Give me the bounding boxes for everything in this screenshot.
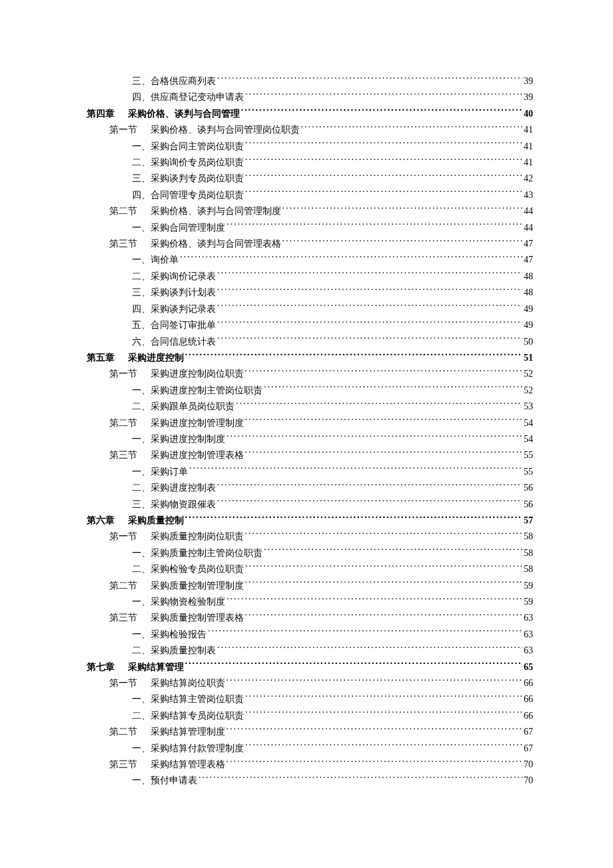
toc-entry-title: 采购结算管理 (128, 662, 184, 672)
toc-entry-number: 第三节 (109, 447, 148, 463)
toc-label: 四、合同管理专员岗位职责 (132, 187, 244, 203)
toc-entry-title: 采购检验报告 (151, 629, 207, 639)
toc-row: 二、采购询价记录表48 (87, 269, 533, 285)
toc-leader-dots (245, 709, 522, 719)
toc-leader-dots (227, 433, 522, 442)
toc-label: 二、采购进度控制表 (132, 480, 216, 496)
toc-label: 第三节 采购价格、谈判与合同管理表格 (109, 236, 281, 252)
toc-label: 二、采购质量控制表 (132, 643, 216, 659)
toc-page-number: 44 (524, 220, 533, 236)
toc-label: 五、合同签订审批单 (132, 317, 216, 333)
toc-page-number: 58 (524, 561, 533, 577)
toc-entry-number: 一、 (132, 385, 151, 395)
toc-page-number: 58 (524, 529, 533, 545)
toc-row: 二、采购质量控制表63 (87, 643, 533, 659)
toc-entry-number: 第一节 (109, 675, 148, 691)
toc-entry-title: 采购物资检验制度 (151, 597, 225, 607)
toc-entry-number: 二、 (132, 271, 151, 281)
toc-page-number: 56 (524, 497, 533, 513)
toc-leader-dots (245, 579, 523, 589)
toc-row: 三、采购谈判专员岗位职责42 (87, 171, 533, 187)
toc-row: 第一节 采购价格、谈判与合同管理岗位职责41 (87, 122, 533, 138)
toc-row: 三、合格供应商列表39 (87, 73, 533, 89)
toc-page-number: 67 (524, 724, 533, 740)
toc-entry-title: 采购结算管理制度 (151, 727, 225, 737)
toc-entry-number: 五、 (132, 320, 151, 330)
toc-page-number: 66 (524, 691, 533, 707)
toc-entry-number: 第一节 (109, 122, 148, 138)
toc-leader-dots (245, 449, 523, 458)
toc-entry-title: 采购进度控制表 (151, 483, 216, 493)
toc-leader-dots (217, 481, 522, 491)
toc-row: 二、采购进度控制表56 (87, 480, 533, 496)
toc-row: 四、供应商登记变动申请表39 (87, 89, 533, 105)
toc-row: 一、采购结算主管岗位职责66 (87, 691, 533, 707)
toc-label: 第二节 采购价格、谈判与合同管理制度 (109, 203, 281, 219)
toc-entry-title: 采购质量控制表 (151, 645, 216, 655)
toc-entry-number: 一、 (132, 141, 151, 151)
toc-leader-dots (217, 303, 522, 312)
toc-leader-dots (217, 75, 522, 84)
toc-label: 四、供应商登记变动申请表 (132, 89, 244, 105)
toc-entry-title: 合同管理专员岗位职责 (151, 190, 244, 200)
toc-leader-dots (217, 319, 522, 328)
toc-entry-number: 四、 (132, 92, 151, 102)
toc-page-number: 65 (524, 659, 533, 675)
toc-page-number: 48 (524, 269, 533, 285)
toc-row: 第三节 采购价格、谈判与合同管理表格47 (87, 236, 533, 252)
toc-entry-title: 询价单 (151, 255, 179, 265)
toc-label: 第一节 采购价格、谈判与合同管理岗位职责 (109, 122, 300, 138)
toc-entry-number: 一、 (132, 775, 151, 785)
toc-row: 二、采购结算专员岗位职责66 (87, 708, 533, 724)
toc-leader-dots (245, 693, 522, 702)
toc-leader-dots (245, 140, 522, 149)
toc-row: 一、采购物资检验制度59 (87, 594, 533, 610)
toc-page-number: 55 (524, 464, 533, 480)
toc-leader-dots (245, 417, 523, 426)
toc-page-number: 66 (524, 708, 533, 724)
toc-row: 三、采购谈判计划表48 (87, 285, 533, 301)
toc-row: 第六章 采购质量控制57 (87, 513, 533, 529)
toc-label: 一、采购进度控制主管岗位职责 (132, 383, 263, 399)
toc-page-number: 50 (524, 334, 533, 350)
toc-entry-title: 采购价格、谈判与合同管理制度 (151, 206, 281, 216)
toc-entry-number: 一、 (132, 467, 151, 477)
toc-row: 一、采购质量控制主管岗位职责58 (87, 545, 533, 561)
toc-label: 一、预付申请表 (132, 773, 197, 789)
toc-label: 第一节 采购质量控制岗位职责 (109, 529, 244, 545)
toc-leader-dots (301, 123, 523, 133)
toc-leader-dots (245, 742, 522, 751)
toc-label: 六、合同信息统计表 (132, 334, 216, 350)
toc-entry-number: 第二节 (109, 724, 148, 740)
toc-leader-dots (217, 498, 522, 507)
toc-entry-title: 采购质量控制管理表格 (151, 613, 244, 623)
toc-entry-number: 第二节 (109, 203, 148, 219)
toc-entry-number: 一、 (132, 597, 151, 607)
toc-entry-title: 采购合同主管岗位职责 (151, 141, 244, 151)
toc-entry-number: 一、 (132, 694, 151, 704)
toc-row: 第一节 采购结算岗位职责66 (87, 675, 533, 691)
toc-label: 二、采购结算专员岗位职责 (132, 708, 244, 724)
toc-entry-title: 采购质量控制岗位职责 (151, 531, 244, 541)
toc-entry-number: 第一节 (109, 529, 148, 545)
toc-leader-dots (241, 107, 523, 117)
toc-label: 第二节 采购进度控制管理制度 (109, 415, 244, 431)
toc-leader-dots (264, 547, 522, 556)
table-of-contents: 三、合格供应商列表39四、供应商登记变动申请表39第四章 采购价格、谈判与合同管… (87, 73, 533, 789)
toc-row: 一、采购进度控制制度54 (87, 431, 533, 447)
toc-label: 第三节 采购质量控制管理表格 (109, 610, 244, 626)
toc-label: 二、采购检验专员岗位职责 (132, 561, 244, 577)
toc-leader-dots (227, 221, 522, 231)
toc-entry-number: 第三节 (109, 757, 148, 773)
toc-label: 三、采购谈判计划表 (132, 285, 216, 301)
toc-entry-title: 采购结算管理表格 (151, 759, 225, 769)
toc-entry-number: 一、 (132, 548, 151, 558)
toc-label: 第一节 采购结算岗位职责 (109, 675, 225, 691)
toc-leader-dots (185, 661, 523, 670)
toc-page-number: 44 (524, 203, 533, 219)
toc-row: 第五章 采购进度控制51 (87, 350, 533, 366)
toc-row: 第一节 采购进度控制岗位职责52 (87, 366, 533, 382)
toc-entry-title: 采购询价专员岗位职责 (151, 157, 244, 167)
toc-row: 第一节 采购质量控制岗位职责58 (87, 529, 533, 545)
toc-leader-dots (227, 758, 523, 767)
